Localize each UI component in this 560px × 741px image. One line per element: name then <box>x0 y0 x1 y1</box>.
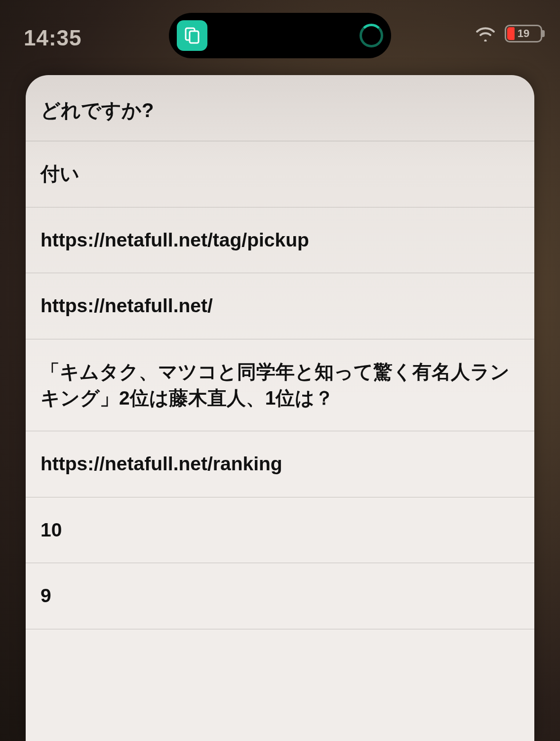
option-row[interactable]: 10 <box>26 497 534 564</box>
wifi-icon <box>475 26 496 41</box>
svg-rect-1 <box>190 31 199 43</box>
option-row[interactable]: https://netafull.net/ranking <box>26 431 534 497</box>
sheet-title: どれですか? <box>26 75 534 141</box>
option-row[interactable]: 「キムタク、マツコと同学年と知って驚く有名人ランキング」2位は藤木直人、1位は？ <box>26 339 534 431</box>
status-time: 14:35 <box>24 26 82 50</box>
battery-icon: 19 <box>505 25 542 42</box>
status-right: 19 <box>475 25 542 42</box>
battery-percent: 19 <box>506 27 541 40</box>
option-row[interactable]: https://netafull.net/ <box>26 273 534 339</box>
choice-sheet: どれですか? 付い https://netafull.net/tag/picku… <box>26 75 534 741</box>
option-row[interactable]: 付い <box>26 141 534 207</box>
option-row[interactable]: 9 <box>26 563 534 629</box>
status-bar: 14:35 19 <box>0 0 560 79</box>
shortcuts-app-icon <box>177 20 207 51</box>
dynamic-island[interactable] <box>169 13 391 58</box>
option-row[interactable]: https://netafull.net/tag/pickup <box>26 207 534 274</box>
loading-spinner-icon <box>360 24 383 47</box>
